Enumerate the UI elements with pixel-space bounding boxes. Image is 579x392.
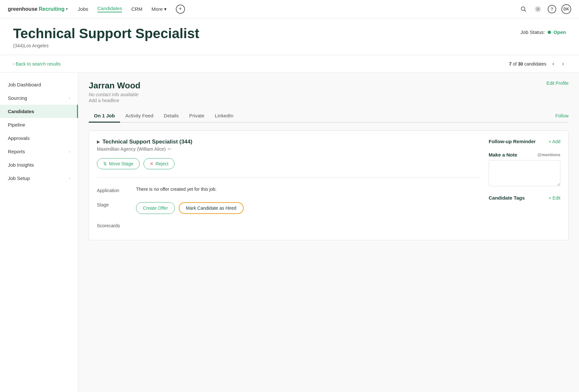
tab-on-job[interactable]: On 1 Job (89, 110, 120, 123)
logo-chevron-icon: ▾ (66, 7, 68, 11)
job-card-title: ▶ Technical Support Specialist (344) (97, 139, 481, 145)
job-title: Technical Support Specialist (13, 26, 199, 41)
tab-details[interactable]: Details (159, 110, 184, 123)
user-avatar[interactable]: DK (561, 4, 571, 14)
sidebar-item-sourcing[interactable]: Sourcing › (0, 91, 78, 105)
job-status-label: Job Status: (521, 29, 545, 35)
note-section: Make a Note @mentions (489, 152, 560, 187)
reminder-add-link[interactable]: + Add (549, 139, 560, 144)
mentions-label: @mentions (538, 152, 560, 157)
candidate-info: Jarran Wood No contact info available Ad… (89, 81, 140, 103)
top-navigation: greenhouse Recruiting ▾ Jobs Candidates … (0, 0, 579, 18)
sidebar: Job Dashboard Sourcing › Candidates Pipe… (0, 73, 78, 392)
application-table: Application There is no offer created ye… (97, 183, 481, 232)
candidate-add-headline[interactable]: Add a headline (89, 98, 140, 103)
application-row: Application There is no offer created ye… (97, 183, 481, 197)
sidebar-item-job-dashboard[interactable]: Job Dashboard (0, 78, 78, 91)
tab-activity-feed[interactable]: Activity Feed (120, 110, 159, 123)
right-panel: Follow-up Reminder + Add Make a Note @me… (489, 139, 560, 232)
job-location: (344)Los Angeles (13, 43, 199, 48)
more-chevron-icon: ▾ (164, 6, 167, 12)
sidebar-item-job-insights[interactable]: Job Insights (0, 158, 78, 172)
back-to-search-link[interactable]: ‹ Back to search results (13, 61, 61, 67)
sidebar-item-candidates[interactable]: Candidates (0, 105, 78, 118)
main-layout: Job Dashboard Sourcing › Candidates Pipe… (0, 73, 579, 392)
nav-candidates[interactable]: Candidates (98, 6, 122, 12)
settings-icon[interactable] (533, 5, 542, 14)
svg-line-1 (525, 10, 526, 11)
divider (97, 177, 481, 177)
edit-profile-link[interactable]: Edit Profile (546, 81, 569, 86)
back-arrow-icon: ‹ (13, 62, 14, 66)
sidebar-item-job-setup[interactable]: Job Setup › (0, 172, 78, 185)
reject-icon: ✕ (150, 161, 154, 166)
logo-sub: Recruiting (39, 6, 65, 12)
tab-private[interactable]: Private (184, 110, 210, 123)
sidebar-item-approvals[interactable]: Approvals (0, 131, 78, 145)
candidate-navigation: 7 of 30 candidates ‹ › (509, 60, 566, 68)
collapse-icon[interactable]: ▶ (97, 140, 100, 144)
sidebar-item-reports[interactable]: Reports › (0, 145, 78, 158)
page-header: Technical Support Specialist (344)Los An… (0, 18, 579, 55)
reminder-title: Follow-up Reminder + Add (489, 139, 560, 144)
prev-candidate-button[interactable]: ‹ (550, 60, 556, 68)
action-buttons: ⇅ Move Stage ✕ Reject (97, 158, 481, 169)
reject-button[interactable]: ✕ Reject (144, 158, 175, 169)
move-stage-button[interactable]: ⇅ Move Stage (97, 158, 140, 169)
nav-links: Jobs Candidates CRM More ▾ + (78, 5, 519, 14)
job-setup-chevron-icon: › (69, 176, 70, 181)
tags-edit-link[interactable]: + Edit (549, 195, 560, 201)
note-textarea[interactable] (489, 160, 560, 186)
reminder-section: Follow-up Reminder + Add (489, 139, 560, 144)
nav-more[interactable]: More ▾ (152, 6, 167, 12)
scorecards-label: Scorecards (97, 222, 136, 228)
offer-buttons: Create Offer Mark Candidate as Hired (136, 202, 481, 214)
main-content: Jarran Wood No contact info available Ad… (78, 73, 579, 392)
job-card-main: ▶ Technical Support Specialist (344) Max… (97, 139, 481, 232)
nav-jobs[interactable]: Jobs (78, 6, 88, 12)
follow-link[interactable]: Follow (556, 110, 569, 122)
logo-main: greenhouse (8, 6, 38, 12)
stage-label: Stage (97, 201, 136, 207)
job-agency: Maximillian Agency (William Alice) ✏ (97, 146, 481, 152)
mark-hired-button[interactable]: Mark Candidate as Hired (179, 202, 244, 214)
move-stage-icon: ⇅ (103, 161, 107, 166)
logo[interactable]: greenhouse Recruiting ▾ (8, 6, 68, 12)
job-card: ▶ Technical Support Specialist (344) Max… (89, 130, 569, 240)
no-offer-text: There is no offer created yet for this j… (136, 187, 481, 192)
nav-crm[interactable]: CRM (131, 6, 142, 12)
reports-chevron-icon: › (69, 149, 70, 154)
create-offer-button[interactable]: Create Offer (136, 202, 175, 214)
agency-edit-icon[interactable]: ✏ (168, 146, 172, 152)
add-button[interactable]: + (176, 5, 185, 14)
breadcrumb-bar: ‹ Back to search results 7 of 30 candida… (0, 55, 579, 73)
stage-row: Stage Create Offer Mark Candidate as Hir… (97, 197, 481, 218)
next-candidate-button[interactable]: › (560, 60, 566, 68)
candidate-tags-section: Candidate Tags + Edit (489, 195, 560, 201)
nav-right-actions: ? DK (519, 4, 571, 14)
job-status: Job Status: Open (521, 29, 566, 35)
stage-value: Create Offer Mark Candidate as Hired (136, 201, 481, 214)
status-dot-icon (548, 31, 551, 34)
scorecards-row: Scorecards (97, 218, 481, 232)
candidate-tabs: On 1 Job Activity Feed Details Private L… (89, 110, 569, 123)
candidate-position: 7 of 30 candidates (509, 61, 546, 67)
svg-point-2 (537, 8, 539, 10)
sidebar-item-pipeline[interactable]: Pipeline (0, 118, 78, 131)
help-icon[interactable]: ? (548, 5, 556, 13)
candidate-no-contact: No contact info available (89, 92, 140, 97)
candidate-name: Jarran Wood (89, 81, 140, 91)
sourcing-chevron-icon: › (69, 96, 70, 100)
job-info: Technical Support Specialist (344)Los An… (13, 26, 199, 48)
tags-title: Candidate Tags + Edit (489, 195, 560, 201)
search-icon[interactable] (519, 5, 528, 14)
candidate-header: Jarran Wood No contact info available Ad… (89, 81, 569, 103)
status-value: Open (554, 29, 566, 35)
tab-linkedin[interactable]: LinkedIn (210, 110, 239, 123)
application-label: Application (97, 187, 136, 193)
note-title: Make a Note @mentions (489, 152, 560, 158)
